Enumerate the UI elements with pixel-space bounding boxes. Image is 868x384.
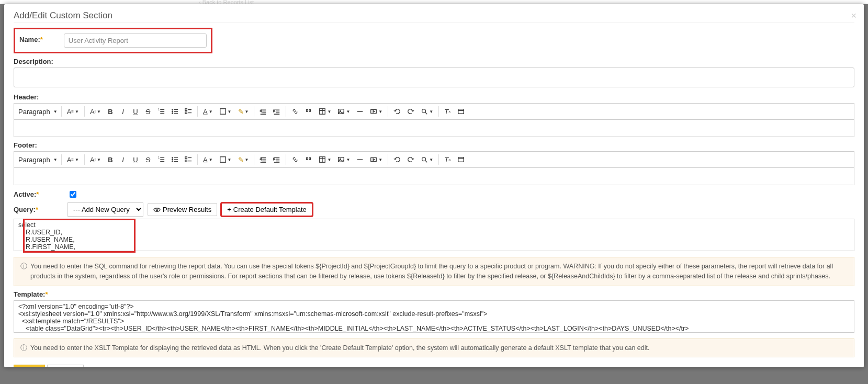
unordered-list-icon[interactable]: [168, 105, 181, 118]
template-info-box: ⓘ You need to enter the XSLT Template fo…: [14, 338, 854, 358]
name-label: Name:*: [19, 36, 43, 43]
svg-point-5: [172, 111, 173, 112]
eye-icon: [153, 206, 161, 213]
bold-icon[interactable]: B: [105, 105, 116, 118]
outdent-icon[interactable]: [257, 105, 269, 118]
text-color-icon[interactable]: A▼: [200, 105, 216, 118]
active-checkbox[interactable]: [70, 191, 76, 198]
highlight-icon[interactable]: ✎▼: [235, 105, 252, 118]
hr-icon[interactable]: [354, 153, 366, 166]
image-icon[interactable]: ▼: [335, 105, 353, 118]
svg-point-70: [156, 209, 158, 211]
strike-icon[interactable]: S: [142, 105, 154, 118]
desc-label: Description:: [14, 58, 854, 65]
template-textarea[interactable]: [14, 300, 854, 333]
name-field-highlight: Name:*: [14, 28, 212, 53]
bg-color-icon[interactable]: A▼: [217, 153, 234, 166]
modal: Add/Edit Custom Section × Name:* Descrip…: [4, 4, 864, 367]
svg-rect-62: [339, 157, 344, 162]
svg-rect-65: [371, 158, 377, 162]
info-icon: ⓘ: [20, 262, 27, 281]
video-icon[interactable]: ▼: [367, 105, 385, 118]
font-family-icon[interactable]: AI▼: [87, 153, 104, 166]
indent-icon[interactable]: [270, 105, 283, 118]
link-icon[interactable]: [289, 105, 301, 118]
zoom-icon[interactable]: ▼: [418, 153, 436, 166]
redo-icon[interactable]: [404, 105, 417, 118]
font-size-icon[interactable]: A≡▼: [64, 105, 82, 118]
table-icon[interactable]: ▼: [316, 153, 334, 166]
svg-line-67: [425, 161, 427, 163]
paragraph-dropdown[interactable]: Paragraph▼: [17, 154, 59, 166]
svg-rect-33: [458, 109, 464, 114]
svg-rect-45: [185, 157, 187, 159]
underline-icon[interactable]: U: [130, 153, 141, 166]
hr-icon[interactable]: [354, 105, 366, 118]
svg-line-32: [425, 112, 427, 115]
table-icon[interactable]: ▼: [316, 105, 334, 118]
bold-icon[interactable]: B: [105, 153, 116, 166]
query-textarea[interactable]: [14, 219, 854, 251]
svg-text:A: A: [221, 157, 224, 163]
image-icon[interactable]: ▼: [335, 153, 353, 166]
video-icon[interactable]: ▼: [367, 153, 385, 166]
svg-point-6: [172, 113, 173, 114]
svg-text:1: 1: [158, 108, 160, 111]
header-label: Header:: [14, 93, 854, 101]
description-input[interactable]: [14, 67, 854, 87]
ordered-list-icon[interactable]: 1: [155, 153, 167, 166]
fullscreen-icon[interactable]: [455, 105, 467, 118]
preview-results-button[interactable]: Preview Results: [148, 203, 217, 216]
active-label: Active:*: [14, 190, 63, 198]
font-size-icon[interactable]: A≡▼: [64, 153, 82, 166]
outdent-icon[interactable]: [257, 153, 269, 166]
svg-rect-27: [339, 109, 344, 114]
unordered-list-icon[interactable]: [168, 153, 181, 166]
footer-editor[interactable]: [14, 167, 854, 185]
template-info-text: You need to enter the XSLT Template for …: [30, 343, 649, 353]
bg-color-icon[interactable]: A▼: [217, 105, 234, 118]
name-input[interactable]: [64, 33, 207, 48]
link-icon[interactable]: [289, 153, 301, 166]
text-color-icon[interactable]: A▼: [200, 153, 216, 166]
template-label: Template:*: [14, 290, 854, 298]
italic-icon[interactable]: I: [117, 153, 129, 166]
indent-icon[interactable]: [270, 153, 283, 166]
undo-icon[interactable]: [391, 153, 403, 166]
svg-point-31: [422, 109, 426, 113]
info-icon: ⓘ: [20, 343, 27, 353]
zoom-icon[interactable]: ▼: [418, 105, 436, 118]
svg-rect-10: [185, 109, 187, 111]
query-info-text: You need to enter the SQL command for re…: [30, 262, 848, 281]
svg-text:1: 1: [158, 156, 160, 159]
quote-icon[interactable]: [302, 105, 315, 118]
redo-icon[interactable]: [404, 153, 417, 166]
checklist-icon[interactable]: [182, 105, 195, 118]
clear-format-icon[interactable]: T×: [442, 153, 454, 166]
underline-icon[interactable]: U: [130, 105, 141, 118]
close-icon[interactable]: ×: [851, 10, 856, 21]
modal-title: Add/Edit Custom Section: [14, 10, 854, 22]
create-default-template-button[interactable]: + Create Default Template: [221, 203, 312, 216]
cancel-button[interactable]: Cancel: [47, 365, 84, 367]
save-button[interactable]: Save: [14, 365, 45, 367]
svg-rect-30: [371, 110, 377, 114]
plus-icon: +: [227, 206, 231, 213]
clear-format-icon[interactable]: T×: [442, 105, 454, 118]
checklist-icon[interactable]: [182, 153, 195, 166]
undo-icon[interactable]: [391, 105, 403, 118]
svg-point-39: [172, 157, 173, 159]
svg-rect-12: [185, 112, 187, 114]
quote-icon[interactable]: [302, 153, 315, 166]
ordered-list-icon[interactable]: 1: [155, 105, 167, 118]
highlight-icon[interactable]: ✎▼: [235, 153, 252, 166]
strike-icon[interactable]: S: [142, 153, 154, 166]
svg-point-66: [422, 157, 426, 161]
header-editor[interactable]: [14, 119, 854, 137]
italic-icon[interactable]: I: [117, 105, 129, 118]
fullscreen-icon[interactable]: [455, 153, 467, 166]
font-family-icon[interactable]: AI▼: [87, 105, 104, 118]
query-label: Query:*: [14, 206, 63, 213]
query-select[interactable]: --- Add New Query ---: [67, 202, 143, 217]
paragraph-dropdown[interactable]: Paragraph▼: [17, 106, 59, 118]
